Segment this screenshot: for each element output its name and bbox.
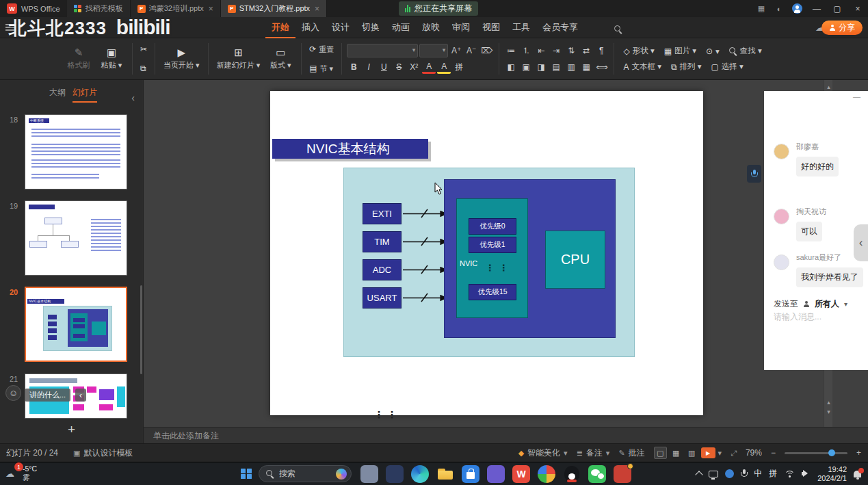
paragraph-settings-button[interactable]: ⟺ [594, 60, 609, 74]
template-indicator[interactable]: 默认设计模板 [73, 447, 133, 459]
text-direction-button[interactable]: ⇄ [579, 44, 593, 57]
photos-icon[interactable] [538, 465, 555, 483]
distribute-text-button[interactable]: ▥ [564, 60, 578, 74]
font-size-select[interactable]: ▾ [419, 44, 448, 57]
menu-放映[interactable]: 放映 [416, 16, 446, 38]
font-color-button[interactable]: A [422, 60, 436, 74]
weather-widget[interactable]: 1 -5°C 雾 [5, 464, 37, 482]
panel-scrollbar[interactable] [140, 285, 142, 374]
notes-bar[interactable]: 单击此处添加备注 [144, 427, 868, 443]
fit-slide-button[interactable] [731, 449, 737, 458]
line-spacing-button[interactable]: ⇅ [564, 44, 578, 57]
microsoft-edge-icon[interactable] [411, 465, 429, 483]
chat-minimize-icon[interactable] [853, 92, 860, 101]
comments-button[interactable]: 批注 [618, 447, 644, 459]
document-tab-2[interactable]: P鸿蒙32培训.pptx [131, 0, 221, 17]
tab-outline[interactable]: 大纲 [49, 87, 66, 101]
app-dark-blue-icon[interactable] [386, 465, 404, 483]
font-name-select[interactable]: ▾ [347, 44, 418, 57]
decrease-indent-button[interactable]: ⇤ [534, 44, 548, 57]
wps-brand[interactable]: W WPS Office [0, 0, 67, 17]
tab-slides[interactable]: 幻灯片 [73, 87, 97, 103]
format-painter-button[interactable]: ✎格式刷 [63, 41, 94, 77]
app-red-icon[interactable] [614, 465, 631, 483]
workspace-icon[interactable] [752, 4, 770, 13]
font-increase-button[interactable]: A⁺ [449, 44, 463, 57]
account-avatar[interactable] [792, 3, 802, 14]
chat-input[interactable] [774, 312, 863, 322]
shapes-button[interactable]: ◇形状 ▾ [619, 44, 658, 57]
slide-sorter-button[interactable] [670, 447, 683, 459]
app-gray-blue-icon[interactable] [360, 465, 378, 483]
find-replace-button[interactable]: 查找 ▾ [725, 44, 766, 57]
user-avatar[interactable] [774, 254, 789, 270]
notes-toggle-button[interactable]: 备注 [577, 447, 610, 459]
volume-icon[interactable] [802, 470, 811, 477]
section-button[interactable]: ▤节 ▾ [306, 60, 337, 77]
nvic-diagram[interactable]: EXTI TIM ADC USART [343, 168, 635, 357]
slide-thumbnail-19[interactable] [25, 200, 127, 276]
menu-审阅[interactable]: 审阅 [446, 16, 476, 38]
align-right-button[interactable]: ◨ [534, 60, 548, 74]
underline-button[interactable]: U [377, 60, 391, 74]
normal-view-button[interactable] [654, 447, 667, 459]
italic-button[interactable]: I [362, 60, 376, 74]
ime-scheme-indicator[interactable]: 拼 [769, 468, 777, 480]
user-avatar[interactable] [774, 144, 789, 159]
slide-thumbnail-18[interactable]: 中断系统 [25, 114, 127, 189]
previous-slide-icon[interactable] [824, 398, 833, 406]
clear-format-button[interactable]: ⌦ [479, 44, 494, 57]
menu-插入[interactable]: 插入 [295, 16, 326, 38]
main-menu-icon[interactable] [5, 24, 14, 31]
zoom-slider[interactable] [785, 452, 847, 454]
menu-设计[interactable]: 设计 [326, 16, 356, 38]
strikethrough-button[interactable]: S [392, 60, 406, 74]
audience-selector[interactable]: 所有人 [815, 298, 839, 310]
menu-会员专享[interactable]: 会员专享 [536, 16, 584, 38]
menu-动画[interactable]: 动画 [386, 16, 416, 38]
paste-button[interactable]: ▣粘贴 ▾ [96, 41, 127, 77]
start-button[interactable] [241, 469, 252, 480]
slideshow-button[interactable] [701, 447, 715, 458]
skin-icon[interactable]: ◐ [770, 5, 788, 13]
reading-view-button[interactable] [685, 447, 698, 459]
user-avatar[interactable] [774, 209, 789, 224]
wps-office-icon[interactable] [512, 465, 530, 483]
align-left-button[interactable]: ◧ [504, 60, 518, 74]
tray-mic-icon[interactable] [741, 469, 747, 478]
slide-thumbnail-20[interactable]: NVIC基本结构 [25, 287, 127, 362]
zoom-slider-thumb[interactable] [828, 449, 835, 456]
justify-button[interactable]: ▤ [549, 60, 563, 74]
bold-button[interactable]: B [347, 60, 360, 74]
danmaku-collapse-button[interactable] [75, 389, 86, 402]
notifications-bell-icon[interactable] [854, 471, 861, 477]
share-button[interactable]: 分享 [821, 21, 863, 35]
document-tab-1[interactable]: 找稻壳模板 [67, 0, 131, 17]
file-explorer-icon[interactable] [436, 465, 454, 483]
audience-dropdown-icon[interactable] [844, 300, 847, 308]
increase-indent-button[interactable]: ⇥ [549, 44, 563, 57]
text-highlight-button[interactable]: A [437, 60, 451, 74]
microsoft-store-icon[interactable] [462, 465, 479, 483]
copy-button[interactable]: ⧉ [137, 60, 150, 77]
play-from-current-button[interactable]: ▶当页开始 ▾ [160, 41, 203, 77]
taskbar-search[interactable]: 搜索 [259, 465, 352, 482]
slide-title[interactable]: NVIC基本结构 [272, 139, 428, 159]
add-slide-button[interactable]: + [0, 422, 143, 437]
cpu-box[interactable]: CPU [545, 231, 605, 289]
qq-icon[interactable] [563, 465, 581, 483]
close-tab-icon[interactable] [209, 4, 213, 14]
menu-视图[interactable]: 视图 [476, 16, 506, 38]
reset-button[interactable]: ⟳重置 [306, 41, 337, 57]
paragraph-mark-button[interactable]: ¶ [594, 44, 608, 57]
close-tab-icon[interactable] [315, 4, 319, 14]
arrange-button[interactable]: ⧉排列 ▾ [667, 60, 706, 73]
align-center-button[interactable]: ▣ [519, 60, 533, 74]
app-violet-icon[interactable] [487, 465, 505, 483]
font-decrease-button[interactable]: A⁻ [464, 44, 478, 57]
superscript-button[interactable]: X² [407, 60, 421, 74]
smart-tools-button[interactable]: ⊙▾ [702, 45, 724, 57]
menu-开始[interactable]: 开始 [265, 16, 295, 38]
next-slide-icon[interactable] [824, 408, 833, 416]
nvic-container[interactable]: 优先级0 优先级1 NVIC 优先级15 CPU [444, 179, 616, 338]
